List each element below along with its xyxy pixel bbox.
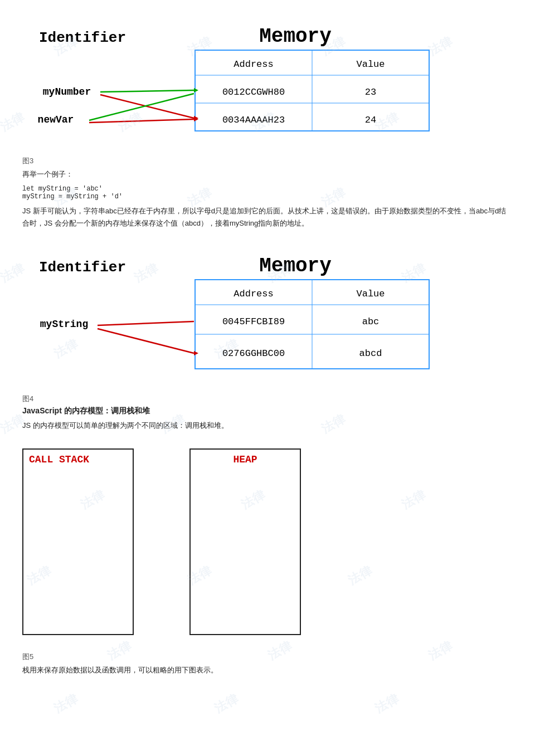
address-row1-2: 0045FFCBI89 xyxy=(222,316,285,327)
fig-label-4: 图4 xyxy=(22,394,513,404)
call-stack-label: CALL STACK xyxy=(23,450,133,470)
arrow-green-newvar xyxy=(89,94,194,120)
description-1: JS 新手可能认为，字符串abc已经存在于内存里，所以字母d只是追加到它的后面。… xyxy=(22,205,513,230)
diagram1-svg: Identifier Memory Address Value 0012CCGW… xyxy=(22,17,513,139)
diagram2-section: Identifier Memory Address Value 0045FFCB… xyxy=(22,246,513,377)
intro-text-1: 再举一个例子： xyxy=(22,168,513,181)
identifier-title-2: Identifier xyxy=(39,259,126,276)
label-newvar: newVar xyxy=(38,114,74,125)
description-3: 栈用来保存原始数据以及函数调用，可以粗略的用下图表示。 xyxy=(22,664,513,676)
header-address-2: Address xyxy=(234,289,273,299)
label-mynumber: myNumber xyxy=(43,86,91,97)
fig-label-3: 图3 xyxy=(22,156,513,166)
stack-heap-section: CALL STACK HEAP xyxy=(22,448,513,635)
call-stack-box: CALL STACK xyxy=(22,448,134,635)
fig-label-5: 图5 xyxy=(22,652,513,662)
diagram2-wrapper: Identifier Memory Address Value 0045FFCB… xyxy=(22,246,513,377)
address-row1-1: 0012CCGWH80 xyxy=(222,87,285,97)
header-address-1: Address xyxy=(234,59,273,70)
text-section-1: 图3 再举一个例子： let myString = 'abc' myString… xyxy=(22,156,513,230)
address-row2-1: 0034AAAAH23 xyxy=(222,115,285,125)
heap-box: HEAP xyxy=(189,448,301,635)
svg-marker-9 xyxy=(194,351,198,355)
svg-marker-3 xyxy=(194,88,198,92)
stack-heap-container: CALL STACK HEAP xyxy=(22,448,513,635)
diagram1-section: Identifier Memory Address Value 0012CCGW… xyxy=(22,17,513,139)
diagram1-wrapper: Identifier Memory Address Value 0012CCGW… xyxy=(22,17,513,139)
value-row2-2: abcd xyxy=(359,348,382,359)
arrow-green-1 xyxy=(100,90,194,92)
code-block-1: let myString = 'abc' myString = myString… xyxy=(22,185,513,201)
header-value-1: Value xyxy=(356,59,385,70)
label-mystring: myString xyxy=(40,319,88,330)
arrow-red-newvar xyxy=(89,119,194,123)
description-2: JS 的内存模型可以简单的理解为两个不同的区域：调用栈和堆。 xyxy=(22,420,513,432)
arrow-mystring-row2 xyxy=(98,329,194,353)
text-section-2: 图4 JavaScript 的内存模型：调用栈和堆 JS 的内存模型可以简单的理… xyxy=(22,394,513,432)
section-title-2: JavaScript 的内存模型：调用栈和堆 xyxy=(22,406,513,416)
heap-label: HEAP xyxy=(191,450,300,470)
diagram2-svg: Identifier Memory Address Value 0045FFCB… xyxy=(22,246,513,377)
memory-title-1: Memory xyxy=(259,25,332,48)
header-value-2: Value xyxy=(356,289,385,299)
arrow-mystring-row1 xyxy=(98,321,194,325)
identifier-title-1: Identifier xyxy=(39,30,126,46)
value-row2-1: 24 xyxy=(365,115,376,125)
value-row1-2: abc xyxy=(362,316,380,327)
memory-title-2: Memory xyxy=(259,255,332,277)
value-row1-1: 23 xyxy=(365,87,376,97)
address-row2-2: 0276GGHBC00 xyxy=(222,348,285,359)
text-section-3: 图5 栈用来保存原始数据以及函数调用，可以粗略的用下图表示。 xyxy=(22,652,513,676)
